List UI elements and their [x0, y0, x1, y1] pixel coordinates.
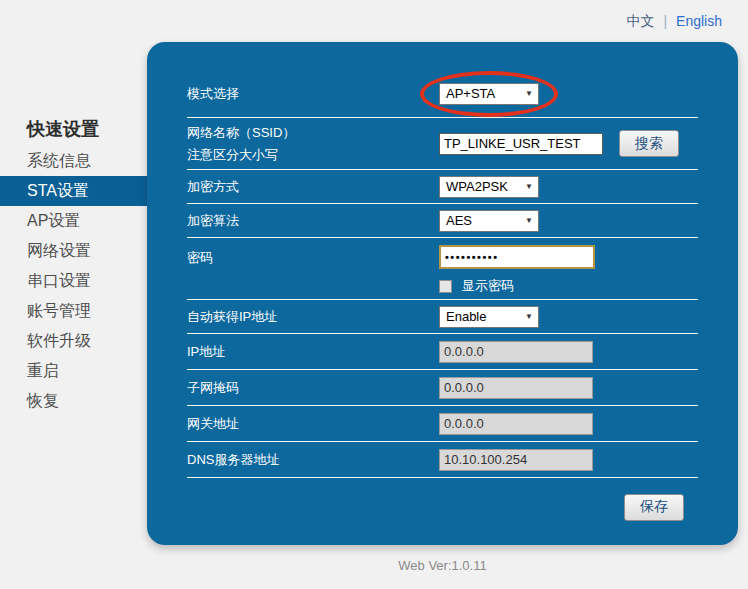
encryption-algorithm-value: AES — [446, 213, 472, 228]
ip-address-input — [439, 341, 593, 363]
sta-settings-form: 模式选择 AP+STA ▼ 网络名称（SSID） 注意区分大小写 搜索 — [147, 42, 738, 536]
save-button[interactable]: 保存 — [624, 494, 684, 521]
subnet-mask-input — [439, 377, 593, 399]
lang-english-link[interactable]: English — [676, 13, 722, 29]
row-ssid: 网络名称（SSID） 注意区分大小写 搜索 — [187, 118, 698, 170]
chevron-down-icon: ▼ — [525, 216, 533, 225]
sidebar-item-sta-settings[interactable]: STA设置 — [0, 176, 147, 206]
mode-select-value: AP+STA — [446, 86, 495, 101]
sidebar-title: 快速设置 — [0, 114, 147, 144]
mode-label: 模式选择 — [187, 85, 439, 103]
row-password: 密码 显示密码 — [187, 238, 698, 300]
gateway-label: 网关地址 — [187, 415, 439, 433]
row-subnet-mask: 子网掩码 — [187, 370, 698, 406]
sidebar-item-firmware-upgrade[interactable]: 软件升级 — [0, 326, 147, 356]
encryption-algorithm-select[interactable]: AES ▼ — [439, 210, 539, 232]
ssid-input[interactable] — [439, 133, 603, 155]
ssid-label: 网络名称（SSID） 注意区分大小写 — [187, 124, 439, 164]
gateway-input — [439, 413, 593, 435]
chevron-down-icon: ▼ — [525, 182, 533, 191]
row-dhcp: 自动获得IP地址 Enable ▼ — [187, 300, 698, 334]
row-mode: 模式选择 AP+STA ▼ — [187, 70, 698, 118]
sidebar-item-serial-settings[interactable]: 串口设置 — [0, 266, 147, 296]
row-dns: DNS服务器地址 — [187, 442, 698, 478]
lang-chinese-link[interactable]: 中文 — [626, 13, 654, 29]
sidebar-item-restart[interactable]: 重启 — [0, 356, 147, 386]
ssid-label-line2: 注意区分大小写 — [187, 146, 439, 164]
mode-select[interactable]: AP+STA ▼ — [439, 83, 539, 105]
dhcp-label: 自动获得IP地址 — [187, 308, 439, 326]
dns-label: DNS服务器地址 — [187, 451, 439, 469]
chevron-down-icon: ▼ — [525, 89, 533, 98]
ssid-label-line1: 网络名称（SSID） — [187, 124, 439, 142]
lang-separator: | — [663, 13, 667, 29]
show-password-checkbox[interactable] — [439, 280, 452, 293]
dns-input — [439, 449, 593, 471]
row-gateway: 网关地址 — [187, 406, 698, 442]
encryption-algorithm-label: 加密算法 — [187, 212, 439, 230]
encryption-method-label: 加密方式 — [187, 178, 439, 196]
sidebar-item-network-settings[interactable]: 网络设置 — [0, 236, 147, 266]
password-input[interactable] — [439, 245, 595, 269]
encryption-method-select[interactable]: WPA2PSK ▼ — [439, 176, 539, 198]
language-switcher: 中文|English — [626, 13, 722, 31]
dhcp-select-value: Enable — [446, 309, 486, 324]
row-encryption-method: 加密方式 WPA2PSK ▼ — [187, 170, 698, 204]
dhcp-select[interactable]: Enable ▼ — [439, 306, 539, 328]
sidebar-item-ap-settings[interactable]: AP设置 — [0, 206, 147, 236]
subnet-mask-label: 子网掩码 — [187, 379, 439, 397]
row-ip-address: IP地址 — [187, 334, 698, 370]
password-label: 密码 — [187, 245, 439, 267]
footer-version: Web Ver:1.0.11 — [147, 558, 738, 573]
sidebar: 快速设置 系统信息 STA设置 AP设置 网络设置 串口设置 账号管理 软件升级… — [0, 114, 147, 416]
sidebar-item-system-info[interactable]: 系统信息 — [0, 146, 147, 176]
search-button[interactable]: 搜索 — [619, 130, 679, 157]
encryption-method-value: WPA2PSK — [446, 179, 508, 194]
show-password-label: 显示密码 — [462, 277, 514, 295]
sidebar-item-restore[interactable]: 恢复 — [0, 386, 147, 416]
row-encryption-algorithm: 加密算法 AES ▼ — [187, 204, 698, 238]
sta-settings-panel: 模式选择 AP+STA ▼ 网络名称（SSID） 注意区分大小写 搜索 — [147, 42, 738, 545]
row-save: 保存 — [187, 478, 698, 536]
sidebar-item-account-management[interactable]: 账号管理 — [0, 296, 147, 326]
ip-address-label: IP地址 — [187, 343, 439, 361]
chevron-down-icon: ▼ — [525, 312, 533, 321]
